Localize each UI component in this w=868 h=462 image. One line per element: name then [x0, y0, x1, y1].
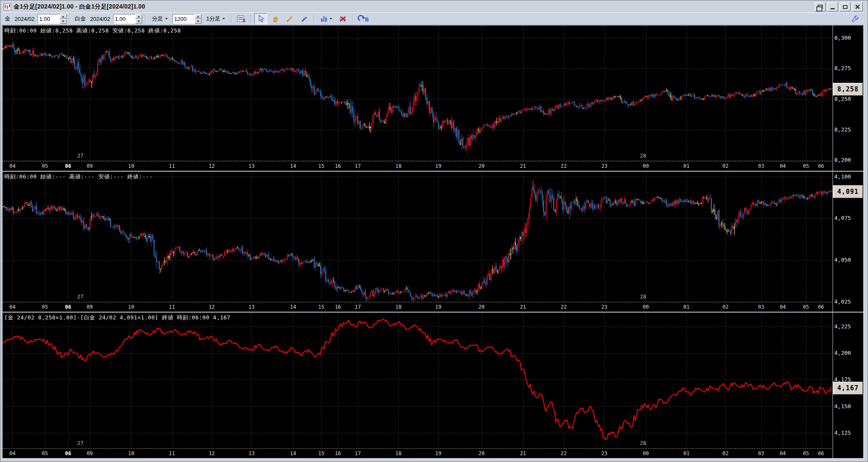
- chart-template-button[interactable]: [235, 13, 248, 24]
- time-label: 10: [128, 304, 134, 310]
- titlebar[interactable]: 金1分足[2024/02]1.00 - 白金1分足[2024/02]1.00: [2, 1, 864, 12]
- time-label: 03: [758, 450, 764, 456]
- time-label: 04: [780, 163, 786, 169]
- time-label: 20: [478, 163, 484, 169]
- chart-panel-spread: [金 24/02 8,258×1.00]-[白金 24/02 4,091×1.0…: [2, 312, 863, 458]
- time-label: 09: [87, 450, 93, 456]
- draw-line-tool-button[interactable]: [283, 13, 296, 24]
- bar-type-dropdown[interactable]: 分足: [149, 14, 171, 24]
- bar-chart-icon: [320, 15, 328, 23]
- time-label: 22: [561, 163, 567, 169]
- time-label: 11: [169, 450, 175, 456]
- time-label: 22: [561, 450, 567, 456]
- time-label: 23: [601, 163, 607, 169]
- gold-candles-canvas[interactable]: [3, 26, 833, 161]
- minimize-button[interactable]: [827, 2, 838, 12]
- time-label: 10: [128, 163, 134, 169]
- time-label: 01: [684, 450, 690, 456]
- spread-plot: [金 24/02 8,258×1.00]-[白金 24/02 4,091×1.0…: [3, 313, 833, 449]
- chart-panel-platinum: 時刻:06:00 始値:--- 高値:--- 安値:--- 終値:--- 272…: [2, 171, 863, 312]
- gold-ratio-up-button[interactable]: [60, 14, 67, 19]
- remove-indicator-icon: [339, 15, 347, 23]
- time-label: 06: [65, 450, 71, 456]
- spread-time-axis: 0405060910111213141516171819202122230001…: [3, 449, 833, 458]
- gold-time-axis: 0405060910111213141516171819202122230001…: [3, 161, 833, 171]
- reload-button[interactable]: B: [356, 13, 371, 24]
- toolbar-separator: [314, 14, 315, 23]
- y-tick-label: 4,100: [834, 173, 851, 180]
- time-label: 04: [9, 163, 15, 169]
- time-label: 01: [684, 304, 690, 310]
- chart-panel-gold: 時刻:06:00 始値:8,258 高値:8,258 安値:8,258 終値:8…: [2, 26, 863, 171]
- indicator-menu-button[interactable]: [318, 13, 335, 24]
- time-label: 02: [722, 163, 728, 169]
- platinum-ratio-down-button[interactable]: [135, 19, 142, 23]
- select-tool-button[interactable]: [254, 13, 267, 24]
- y-tick-label: 8,275: [834, 65, 851, 71]
- time-label: 04: [9, 450, 15, 456]
- gold-price-axis: 8,3008,2758,2508,2258,2008,258: [833, 26, 863, 171]
- bar-count-input[interactable]: [172, 14, 195, 23]
- gold-ratio-input[interactable]: [38, 14, 60, 23]
- interval-dropdown[interactable]: 1分足: [203, 14, 228, 24]
- time-label: 06: [818, 304, 824, 310]
- time-label: 04: [9, 304, 15, 310]
- reload-icon: B: [357, 15, 370, 23]
- time-label: 00: [643, 450, 649, 456]
- toolbar-separator: [145, 14, 146, 23]
- y-tick-label: 4,125: [834, 430, 851, 436]
- time-label: 23: [601, 450, 607, 456]
- time-label: 04: [780, 450, 786, 456]
- bar-count-up-button[interactable]: [195, 14, 202, 19]
- maximize-button[interactable]: [839, 2, 850, 12]
- close-button[interactable]: [852, 2, 863, 12]
- minimize-icon: [830, 8, 835, 9]
- down-arrow-icon: [137, 20, 140, 22]
- time-label: 15: [318, 450, 324, 456]
- day-marker: 27: [77, 440, 83, 446]
- time-label: 16: [335, 304, 341, 310]
- time-label: 06: [818, 163, 824, 169]
- time-label: 05: [803, 304, 809, 310]
- time-label: 21: [520, 163, 526, 169]
- time-label: 14: [290, 304, 296, 310]
- gold-ratio-down-button[interactable]: [60, 19, 67, 23]
- time-label: 04: [780, 304, 786, 310]
- platinum-ratio-up-button[interactable]: [135, 14, 142, 19]
- time-label: 20: [478, 450, 484, 456]
- bar-type-label: 分足: [152, 15, 163, 23]
- restore-window-button[interactable]: [815, 2, 826, 12]
- time-label: 21: [520, 304, 526, 310]
- time-label: 09: [87, 304, 93, 310]
- window-title: 金1分足[2024/02]1.00 - 白金1分足[2024/02]1.00: [14, 3, 145, 11]
- time-label: 00: [643, 304, 649, 310]
- time-label: 05: [803, 163, 809, 169]
- platinum-ohlc-readout: 時刻:06:00 始値:--- 高値:--- 安値:--- 終値:---: [4, 173, 153, 181]
- time-label: 19: [435, 163, 441, 169]
- pan-tool-button[interactable]: [269, 13, 282, 24]
- toolbar-separator: [352, 14, 353, 23]
- time-label: 01: [684, 163, 690, 169]
- draw-line-tool-2-button[interactable]: [298, 13, 311, 24]
- close-icon: [855, 4, 860, 9]
- y-tick-label: 4,025: [834, 298, 851, 305]
- up-arrow-icon: [197, 16, 199, 18]
- day-marker: 28: [640, 440, 646, 446]
- spread-line-canvas[interactable]: [3, 313, 833, 449]
- time-label: 18: [395, 163, 401, 169]
- down-arrow-icon: [197, 20, 199, 22]
- wrench-icon[interactable]: [851, 15, 859, 23]
- bar-count-down-button[interactable]: [195, 19, 202, 23]
- time-label: 06: [65, 304, 71, 310]
- toolbar-separator: [251, 14, 251, 23]
- time-label: 05: [42, 450, 48, 456]
- interval-label: 1分足: [206, 15, 220, 23]
- remove-indicator-button[interactable]: [336, 13, 349, 24]
- platinum-ratio-input[interactable]: [113, 14, 135, 23]
- y-tick-label: 4,200: [834, 350, 851, 356]
- time-label: 15: [318, 163, 324, 169]
- chevron-down-icon: [165, 18, 168, 20]
- platinum-candles-canvas[interactable]: [3, 172, 833, 302]
- time-label: 22: [561, 304, 567, 310]
- time-label: 11: [169, 163, 175, 169]
